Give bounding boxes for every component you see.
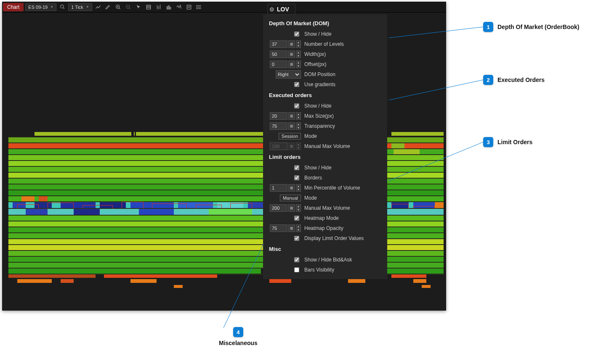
callout-4: 4 Miscelaneous <box>219 327 258 346</box>
lov-tab[interactable]: ⚙ LOV <box>267 4 295 15</box>
spinner-icon[interactable]: ▲▼ <box>296 50 301 58</box>
calculator-icon: ⊞ <box>288 142 295 150</box>
dom-gradients-label: Use gradients <box>304 82 335 87</box>
calculator-icon[interactable]: ⊞ <box>288 61 295 68</box>
callout-1: 1 Depth Of Market (OrderBook) <box>483 22 579 32</box>
columns-icon[interactable] <box>165 3 173 11</box>
toolbar: Chart ES 09-19 ▼ 1 Tick ▼ <box>2 2 446 13</box>
section-dom-title: Depth Of Market (DOM) <box>269 20 382 26</box>
drawing-line-icon[interactable] <box>94 3 102 11</box>
instrument-value: ES 09-19 <box>28 5 48 10</box>
dom-show-checkbox[interactable] <box>294 32 299 37</box>
settings-icon[interactable] <box>185 3 193 11</box>
spinner-icon: ▲▼ <box>296 142 301 150</box>
dom-position-select[interactable]: Right <box>276 70 301 79</box>
calculator-icon[interactable]: ⊞ <box>288 122 295 130</box>
callout-text: Limit Orders <box>497 139 532 145</box>
indicator-icon[interactable] <box>175 3 183 11</box>
svg-rect-17 <box>170 7 170 9</box>
limit-minpct-input[interactable] <box>270 184 287 192</box>
dom-offset-label: Offset(px) <box>304 61 326 67</box>
limit-displayvalues-checkbox[interactable] <box>294 236 299 241</box>
limit-opacity-label: Heatmap Opacity <box>304 225 343 231</box>
exec-manualmax-input <box>270 142 287 150</box>
calculator-icon[interactable]: ⊞ <box>288 40 295 48</box>
callout-text: Depth Of Market (OrderBook) <box>497 24 579 30</box>
misc-bidask-label: Show / Hide Bid&Ask <box>304 257 352 263</box>
limit-borders-checkbox[interactable] <box>294 175 299 180</box>
limit-mode-button[interactable]: Manual <box>280 195 301 201</box>
svg-point-0 <box>60 5 64 8</box>
zoom-out-icon[interactable] <box>124 3 133 11</box>
chart-type-label[interactable]: Chart <box>3 3 24 11</box>
spinner-icon[interactable]: ▲▼ <box>296 112 301 120</box>
limit-manualmax-input[interactable] <box>270 204 287 212</box>
dom-gradients-checkbox[interactable] <box>294 82 299 87</box>
search-icon[interactable] <box>58 3 66 11</box>
dom-width-label: Width(px) <box>304 51 326 57</box>
calculator-icon[interactable]: ⊞ <box>288 184 295 192</box>
callout-badge: 3 <box>483 137 493 147</box>
chevron-down-icon: ▼ <box>86 5 89 9</box>
exec-maxsize-label: Max Size(px) <box>304 113 334 119</box>
interval-dropdown[interactable]: 1 Tick ▼ <box>68 3 92 11</box>
callout-2: 2 Executed Orders <box>483 75 545 85</box>
spinner-icon[interactable]: ▲▼ <box>296 61 301 68</box>
svg-line-7 <box>129 8 130 9</box>
exec-mode-label: Mode <box>304 133 317 139</box>
spinner-icon[interactable]: ▲▼ <box>296 122 301 130</box>
dom-levels-label: Number of Levels <box>304 41 344 47</box>
spinner-icon[interactable]: ▲▼ <box>296 224 301 232</box>
callout-3: 3 Limit Orders <box>483 137 532 147</box>
svg-point-23 <box>197 7 197 7</box>
calculator-icon[interactable]: ⊞ <box>288 112 295 120</box>
lov-tab-label: LOV <box>277 6 289 13</box>
limit-borders-label: Borders <box>304 175 322 181</box>
cursor-icon[interactable] <box>134 3 143 11</box>
dom-show-label: Show / Hide <box>304 31 332 37</box>
limit-heatmap-checkbox[interactable] <box>294 216 299 221</box>
list-icon[interactable] <box>195 3 203 11</box>
calculator-icon[interactable]: ⊞ <box>288 50 295 58</box>
limit-opacity-input[interactable] <box>270 224 287 232</box>
callout-text: Executed Orders <box>497 76 545 83</box>
svg-point-24 <box>197 8 197 8</box>
misc-bidask-checkbox[interactable] <box>294 257 299 262</box>
dom-width-input[interactable] <box>270 50 287 58</box>
limit-displayvalues-label: Display Limit Order Values <box>304 235 364 241</box>
lov-settings-panel: Depth Of Market (DOM) Show / Hide ⊞▲▼Num… <box>263 14 387 279</box>
misc-bars-checkbox[interactable] <box>294 267 299 272</box>
exec-show-checkbox[interactable] <box>294 103 299 108</box>
limit-heatmap-label: Heatmap Mode <box>304 215 339 221</box>
exec-mode-button[interactable]: Session <box>279 133 301 140</box>
exec-transparency-label: Transparency <box>304 123 335 129</box>
limit-show-label: Show / Hide <box>304 165 332 171</box>
callout-badge: 1 <box>483 22 493 32</box>
bars-icon[interactable] <box>154 3 163 11</box>
data-series-icon[interactable] <box>144 3 153 11</box>
exec-show-label: Show / Hide <box>304 103 332 109</box>
instrument-dropdown[interactable]: ES 09-19 ▼ <box>25 3 56 11</box>
zoom-in-icon[interactable] <box>114 3 122 11</box>
limit-minpct-label: Min Percentile of Volume <box>304 185 360 191</box>
limit-mode-label: Mode <box>304 195 317 201</box>
dom-position-label: DOM Position <box>304 71 335 77</box>
svg-rect-15 <box>167 6 168 9</box>
dom-offset-input[interactable] <box>270 61 287 68</box>
callout-badge: 4 <box>233 327 243 337</box>
spinner-icon[interactable]: ▲▼ <box>296 184 301 192</box>
exec-transparency-input[interactable] <box>270 122 287 130</box>
callout-text: Miscelaneous <box>219 340 258 346</box>
dom-levels-input[interactable] <box>270 40 287 48</box>
exec-maxsize-input[interactable] <box>270 112 287 120</box>
limit-show-checkbox[interactable] <box>294 165 299 170</box>
spinner-icon[interactable]: ▲▼ <box>296 204 301 212</box>
exec-manualmax-label: Manual Max Volume <box>304 143 350 149</box>
svg-point-22 <box>197 5 197 5</box>
calculator-icon[interactable]: ⊞ <box>288 224 295 232</box>
pencil-icon[interactable] <box>104 3 112 11</box>
misc-bars-label: Bars Visibility <box>304 267 334 273</box>
gear-icon: ⚙ <box>269 6 274 13</box>
calculator-icon[interactable]: ⊞ <box>288 204 295 212</box>
spinner-icon[interactable]: ▲▼ <box>296 40 301 48</box>
